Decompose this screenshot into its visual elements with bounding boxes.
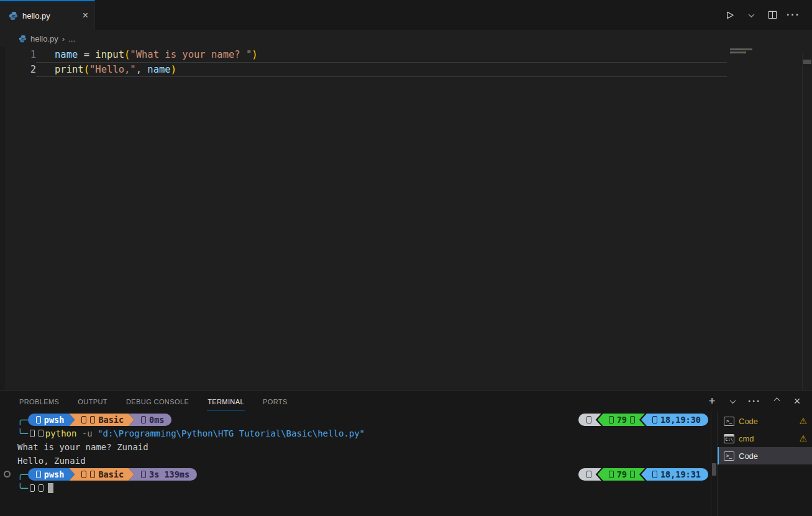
code-token: name <box>147 64 170 75</box>
missing-glyph-icon <box>36 416 41 423</box>
prompt-segment-label: Basic <box>98 468 124 481</box>
prompt-segment-label: Basic <box>98 413 124 427</box>
prompt-segment-label: 79 <box>617 468 627 481</box>
missing-glyph-icon <box>141 471 146 478</box>
prompt-segment: 0ms <box>129 414 171 426</box>
maximize-panel-icon[interactable] <box>772 396 782 406</box>
code-token: ( <box>124 49 130 60</box>
terminal-icon: >_ <box>724 417 734 426</box>
prompt-segment: pwsh <box>28 468 75 481</box>
missing-glyph-icon <box>30 430 35 437</box>
python-file-icon <box>9 11 18 20</box>
prompt-segment: 79 <box>598 468 645 481</box>
code-line-content[interactable]: name = input("What is your name? ") <box>36 47 727 62</box>
tab-close-icon[interactable]: × <box>83 11 88 20</box>
code-token: input <box>95 49 124 60</box>
terminal-tabs-list: >_Code⚠C:\cmd⚠>_Code <box>718 412 812 516</box>
prompt-left-segments: ╭─pwshBasic0ms <box>17 413 171 427</box>
code-token: ) <box>252 49 257 60</box>
terminal-output-text: Hello, Zunaid <box>17 454 86 468</box>
prompt-left-segments: ╭─pwshBasic3s 139ms <box>17 468 197 481</box>
editor-more-actions-icon[interactable]: ··· <box>787 9 800 21</box>
panel-more-actions-icon[interactable]: ··· <box>748 396 761 406</box>
missing-glyph-icon <box>630 471 635 478</box>
command-token: -u <box>76 428 98 438</box>
minimap[interactable] <box>730 48 754 53</box>
code-token: print <box>55 64 84 75</box>
panel-tab-ports[interactable]: PORTS <box>262 392 288 410</box>
breadcrumb-file[interactable]: hello.py <box>30 34 58 43</box>
editor-title-actions: ··· <box>724 0 812 30</box>
panel-tab-terminal[interactable]: TERMINAL <box>207 392 245 410</box>
terminal-list-item[interactable]: >_Code <box>718 447 812 464</box>
panel-tab-output[interactable]: OUTPUT <box>77 392 108 410</box>
bottom-panel: PROBLEMSOUTPUTDEBUG CONSOLETERMINALPORTS… <box>0 390 812 516</box>
line-number: 1 <box>0 47 36 62</box>
panel-actions: + ··· × <box>707 396 802 406</box>
prompt-segment-label: 79 <box>617 413 627 427</box>
run-button[interactable] <box>724 9 736 21</box>
code-token: , <box>136 64 148 75</box>
prompt-segment-label: 0ms <box>149 413 164 427</box>
code-editor[interactable]: 1name = input("What is your name? ")2pri… <box>0 47 812 390</box>
warning-icon: ⚠ <box>799 433 807 443</box>
prompt-segment: pwsh <box>28 414 75 426</box>
panel-tab-problems[interactable]: PROBLEMS <box>19 392 60 410</box>
missing-glyph-icon <box>652 416 657 423</box>
missing-glyph-icon <box>90 471 95 478</box>
tab-title: hello.py <box>22 11 50 20</box>
terminal-row: ╭─pwshBasic3s 139ms7918,19:31 <box>17 468 708 481</box>
warning-icon: ⚠ <box>799 416 807 426</box>
terminal-list-item[interactable]: C:\cmd⚠ <box>718 430 812 447</box>
missing-glyph-icon <box>586 416 591 423</box>
editor-overview-ruler-mark <box>803 60 811 64</box>
editor-left-edge <box>0 47 5 390</box>
terminal-scrollbar-thumb[interactable] <box>712 463 716 476</box>
terminal-list-item[interactable]: >_Code⚠ <box>718 412 812 430</box>
missing-glyph-icon <box>609 471 614 478</box>
prompt-connector: ╭─ <box>17 413 28 427</box>
terminal-list-label: Code <box>739 451 758 461</box>
code-token: ( <box>84 64 89 75</box>
editor-tab-bar: hello.py × ··· <box>0 0 812 30</box>
code-token: name <box>55 49 78 60</box>
terminal-icon: >_ <box>724 451 734 461</box>
missing-glyph-icon <box>141 416 146 423</box>
code-token: "Hello," <box>89 64 136 75</box>
prompt-segment-label: 18,19:31 <box>660 468 701 481</box>
missing-glyph-icon <box>609 416 614 423</box>
tab-hello-py[interactable]: hello.py × <box>0 0 95 30</box>
terminal-scrollbar[interactable] <box>711 412 718 516</box>
panel-tab-debug-console[interactable]: DEBUG CONSOLE <box>125 392 189 410</box>
prompt-segment-label: 18,19:30 <box>660 413 701 427</box>
split-editor-button[interactable] <box>766 9 778 21</box>
terminal-command-text: python -u "d:\Programming\Python\HTG Tut… <box>45 427 365 440</box>
terminal-viewport[interactable]: ╭─pwshBasic0ms7918,19:30╰─python -u "d:\… <box>0 412 711 516</box>
prompt-segment: 79 <box>598 414 645 426</box>
code-token: ) <box>171 64 176 75</box>
terminal-cursor <box>48 483 53 493</box>
line-number: 2 <box>0 62 36 77</box>
code-lines: 1name = input("What is your name? ")2pri… <box>0 47 812 77</box>
prompt-right-segments: 7918,19:31 <box>578 468 708 481</box>
close-panel-icon[interactable]: × <box>792 396 802 406</box>
prompt-segment: 18,19:30 <box>641 414 708 426</box>
missing-glyph-icon <box>30 484 35 492</box>
terminal-row: ╰─ <box>17 481 708 495</box>
editor-scrollbar[interactable] <box>802 53 803 390</box>
prompt-segment-label: pwsh <box>44 413 65 427</box>
run-dropdown-icon[interactable] <box>745 9 757 21</box>
missing-glyph-icon <box>630 416 635 423</box>
prompt-segment-label: 3s 139ms <box>149 468 189 481</box>
terminal-dropdown-icon[interactable] <box>728 396 737 406</box>
breadcrumb-symbol[interactable]: ... <box>68 34 75 43</box>
prompt-segment: Basic <box>69 414 134 426</box>
terminal-list-label: Code <box>739 417 758 426</box>
new-terminal-button[interactable]: + <box>707 396 717 406</box>
breadcrumb-separator-icon: › <box>62 34 65 43</box>
prompt-right-segments: 7918,19:30 <box>578 414 708 426</box>
command-decoration-icon[interactable] <box>4 471 11 478</box>
code-line: 2print("Hello,", name) <box>0 62 812 77</box>
code-line-content[interactable]: print("Hello,", name) <box>36 62 727 77</box>
cmd-icon: C:\ <box>724 434 734 443</box>
